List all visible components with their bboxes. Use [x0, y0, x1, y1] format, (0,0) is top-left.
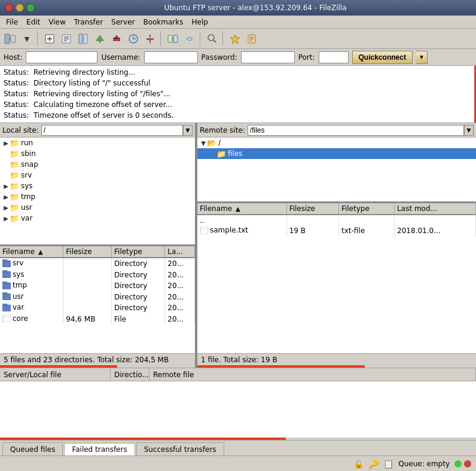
- local-cell-core-name: core: [0, 314, 63, 325]
- local-tree[interactable]: ▶ 📁 run 📁 sbin 📁 snap 📁 srv ▶: [0, 137, 195, 246]
- svg-rect-20: [168, 35, 172, 42]
- reconnect-button[interactable]: [126, 31, 141, 47]
- local-row-srv[interactable]: srv Directory 20...: [0, 258, 195, 270]
- toolbar-sep-2: [160, 32, 163, 46]
- local-cell-srv-type: Directory: [112, 258, 165, 270]
- file-search-button[interactable]: [205, 31, 220, 47]
- tree-item-root[interactable]: ▼ 📂 /: [197, 137, 476, 148]
- tree-label-srv: srv: [21, 171, 32, 179]
- local-site-input[interactable]: [41, 125, 183, 136]
- remote-row-sample[interactable]: sample.txt 19 B txt-file 2018.01.0...: [197, 225, 476, 237]
- local-col-filetype[interactable]: Filetype: [112, 246, 165, 258]
- transfer-queue-button[interactable]: [92, 31, 108, 47]
- window-title: Ubuntu FTP server - alex@153.92.209.64 -…: [39, 4, 471, 12]
- tree-item-sbin[interactable]: 📁 sbin: [0, 148, 195, 159]
- remote-progress-container: [197, 365, 476, 368]
- port-input[interactable]: [319, 51, 349, 63]
- transfer-col-dir: Directio...: [111, 368, 149, 381]
- local-filelist[interactable]: Filename ▲ Filesize Filetype La... srv D…: [0, 246, 195, 353]
- open-site-manager-button[interactable]: [2, 31, 18, 47]
- local-row-usr[interactable]: usr Directory 20...: [0, 292, 195, 303]
- remote-col-filename[interactable]: Filename ▲: [197, 203, 286, 215]
- window-controls[interactable]: [5, 4, 35, 12]
- remote-site-dropdown[interactable]: ▼: [464, 125, 474, 136]
- remote-col-filetype[interactable]: Filetype: [338, 203, 394, 215]
- local-row-var[interactable]: var Directory 20...: [0, 302, 195, 314]
- tree-item-var[interactable]: ▶ 📁 var: [0, 213, 195, 224]
- username-input[interactable]: [144, 51, 198, 63]
- svg-marker-25: [230, 35, 240, 44]
- folder-icon-snap: 📁: [10, 160, 19, 169]
- message-log-button[interactable]: [59, 31, 74, 47]
- local-progress-bar: [0, 365, 117, 368]
- remote-cell-sample-size: 19 B: [286, 225, 338, 237]
- svg-rect-42: [200, 227, 208, 234]
- remote-col-filesize[interactable]: Filesize: [286, 203, 338, 215]
- add-bookmark-button[interactable]: [227, 31, 243, 47]
- compare-dirs-button[interactable]: [165, 31, 181, 47]
- folder-icon-srv: 📁: [10, 171, 19, 180]
- tree-arrow-srv: [2, 172, 10, 179]
- tab-failed-transfers[interactable]: Failed transfers: [64, 443, 135, 456]
- main-panels: Local site: ▼ ▶ 📁 run 📁 sbin 📁 snap: [0, 123, 476, 368]
- tree-item-sys[interactable]: ▶ 📁 sys: [0, 181, 195, 191]
- remote-col-lastmod[interactable]: Last mod...: [395, 203, 476, 215]
- lock-icon: 🔒: [353, 459, 364, 469]
- quickconnect-button[interactable]: Quickconnect: [352, 51, 413, 64]
- quickconnect-dropdown[interactable]: ▼: [416, 51, 428, 64]
- sync-browse-button[interactable]: [182, 31, 197, 47]
- new-tab-button[interactable]: [42, 31, 57, 47]
- dropdown-button[interactable]: ▼: [19, 31, 35, 47]
- tab-successful-transfers[interactable]: Successful transfers: [136, 442, 224, 455]
- tree-item-files[interactable]: 📁 files: [197, 148, 476, 159]
- remote-tree[interactable]: ▼ 📂 / 📁 files: [197, 137, 476, 203]
- menu-view[interactable]: View: [45, 17, 69, 27]
- open-bookmark-button[interactable]: [244, 31, 260, 47]
- local-cell-srv-name: srv: [0, 258, 63, 270]
- menu-server[interactable]: Server: [108, 17, 138, 27]
- remote-cell-sample-name: sample.txt: [197, 225, 286, 237]
- tree-arrow-sbin: [2, 151, 10, 157]
- status-line-2: Status: Directory listing of "/" success…: [4, 78, 471, 88]
- tree-item-usr[interactable]: ▶ 📁 usr: [0, 202, 195, 213]
- host-input[interactable]: [26, 51, 97, 63]
- local-sitebar: Local site: ▼: [0, 123, 195, 137]
- local-row-tmp[interactable]: tmp Directory 20...: [0, 280, 195, 292]
- remote-file-table: Filename ▲ Filesize Filetype Last mod...…: [197, 203, 476, 237]
- tree-item-run[interactable]: ▶ 📁 run: [0, 137, 195, 148]
- menu-file[interactable]: File: [2, 17, 22, 27]
- toggle-local-tree-button[interactable]: [75, 31, 91, 47]
- cancel-all-button[interactable]: [109, 31, 124, 47]
- svg-marker-12: [96, 35, 103, 41]
- local-col-lastmod[interactable]: La...: [165, 246, 195, 258]
- tree-item-snap[interactable]: 📁 snap: [0, 159, 195, 170]
- local-col-filename[interactable]: Filename ▲: [0, 246, 63, 258]
- remote-filelist[interactable]: Filename ▲ Filesize Filetype Last mod...…: [197, 203, 476, 353]
- password-input[interactable]: [241, 51, 295, 63]
- remote-site-input[interactable]: [248, 125, 464, 136]
- local-cell-usr-type: Directory: [112, 292, 165, 303]
- disconnect-button[interactable]: [142, 31, 158, 47]
- remote-row-dotdot[interactable]: ..: [197, 215, 476, 225]
- username-label: Username:: [101, 53, 140, 62]
- menu-help[interactable]: Help: [188, 17, 212, 27]
- tree-item-tmp[interactable]: ▶ 📁 tmp: [0, 191, 195, 202]
- local-row-sys[interactable]: sys Directory 20...: [0, 270, 195, 281]
- menu-edit[interactable]: Edit: [23, 17, 44, 27]
- tab-queued-files[interactable]: Queued files: [2, 442, 63, 455]
- queue-status: Queue: empty: [398, 460, 450, 468]
- local-row-core[interactable]: core 94,6 MB File 20...: [0, 314, 195, 325]
- status-lights: [454, 460, 471, 467]
- menu-transfer[interactable]: Transfer: [71, 17, 106, 27]
- svg-rect-31: [2, 259, 7, 262]
- remote-site-label: Remote site:: [200, 126, 245, 134]
- menu-bookmarks[interactable]: Bookmarks: [139, 17, 187, 27]
- local-cell-var-date: 20...: [165, 302, 195, 314]
- minimize-button[interactable]: [16, 4, 24, 12]
- tree-item-srv[interactable]: 📁 srv: [0, 170, 195, 181]
- local-col-filesize[interactable]: Filesize: [63, 246, 112, 258]
- svg-rect-1: [11, 35, 16, 42]
- close-button[interactable]: [5, 4, 13, 12]
- maximize-button[interactable]: [26, 4, 35, 12]
- local-site-dropdown[interactable]: ▼: [183, 125, 193, 136]
